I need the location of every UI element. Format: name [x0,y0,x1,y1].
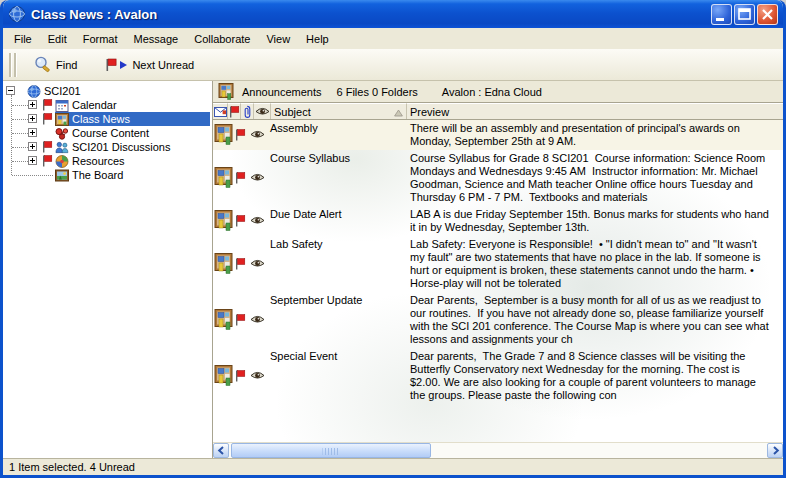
message-row-due-date-alert[interactable]: Due Date AlertLAB A is due Friday Septem… [213,206,783,236]
message-subject: Assembly [267,121,407,148]
bulletin-icon [214,365,233,386]
menu-bar: FileEditFormatMessageCollaborateViewHelp [3,28,783,49]
find-button-label: Find [56,59,77,71]
tree-expand-box[interactable] [28,142,37,151]
next-unread-button[interactable]: Next Unread [96,55,203,75]
tree-item-sci201-discussions[interactable]: SCI201 Discussions [3,140,212,154]
message-row-course-syllabus[interactable]: Course SyllabusCourse Syllabus for Grade… [213,150,783,206]
header-envelope-icon[interactable] [213,103,228,119]
course-icon [55,127,69,140]
next-unread-button-label: Next Unread [132,59,194,71]
eye-icon [255,107,270,116]
horizontal-scrollbar[interactable] [213,442,783,458]
conference-title: Announcements [242,86,322,98]
tree-item-body: Calendar [55,98,210,112]
tree-item-class-news[interactable]: Class News [3,112,212,126]
unread-flag-icon [235,370,246,382]
message-icon-cell [213,121,235,148]
message-row-assembly[interactable]: AssemblyThere will be an assembly and pr… [213,120,783,150]
message-eye-cell [247,207,267,234]
unread-flag-icon [42,99,53,111]
tree-item-body: Class News [55,112,210,126]
tree-item-label: The Board [71,169,126,181]
window-title: Class News : Avalon [31,7,709,22]
unread-flag-icon [235,258,246,270]
message-row-lab-safety[interactable]: Lab SafetyLab Safety: Everyone is Respon… [213,236,783,292]
toolbar-gripper[interactable] [9,53,17,77]
tree-collapse-box[interactable] [6,86,15,95]
message-icon-cell [213,237,235,290]
preview-column-label: Preview [410,106,449,118]
message-icon-cell [213,349,235,402]
bulletin-icon [214,167,233,188]
tree-item-calendar[interactable]: Calendar [3,98,212,112]
message-panel: Announcements 6 Files 0 Folders Avalon :… [213,81,783,458]
scrollbar-track[interactable] [229,443,767,458]
menu-item-format[interactable]: Format [75,30,126,48]
message-row-september-update[interactable]: September UpdateDear Parents, September … [213,292,783,348]
tree-item-sci201[interactable]: SCI201 [3,84,212,98]
header-paperclip-icon[interactable] [241,103,254,119]
message-row-special-event[interactable]: Special EventDear parents, The Grade 7 a… [213,348,783,404]
unread-flag-icon [42,113,53,125]
app-globe-icon [8,5,26,23]
message-icon-cell [213,293,235,346]
status-bar: 1 Item selected. 4 Unread [3,458,783,475]
scroll-right-button[interactable] [767,443,783,458]
server-user-label: Avalon : Edna Cloud [442,86,542,98]
tree-item-label: Class News [71,113,133,125]
discussions-icon [55,141,69,154]
message-flag-cell [235,121,247,148]
message-preview: Course Syllabus for Grade 8 SCI201 Cours… [407,151,783,204]
menu-item-collaborate[interactable]: Collaborate [186,30,258,48]
scroll-left-button[interactable] [213,443,229,458]
tree-item-resources[interactable]: Resources [3,154,212,168]
eye-icon [250,216,265,225]
app-window: Class News : Avalon FileEditFormatMessag… [0,0,786,478]
message-flag-cell [235,237,247,290]
eye-icon [250,130,265,139]
tree-item-the-board[interactable]: The Board [3,168,212,182]
tree-expand-box[interactable] [28,128,37,137]
message-preview: LAB A is due Friday September 15th. Bonu… [407,207,783,234]
subject-column-header[interactable]: Subject [271,103,407,119]
tree-item-body: SCI201 [27,84,210,98]
tree-expand-box[interactable] [28,100,37,109]
flag-icon [229,106,240,118]
tree-item-body: SCI201 Discussions [55,140,210,154]
menu-item-file[interactable]: File [6,30,40,48]
header-eye-icon[interactable] [254,103,271,119]
message-subject: Course Syllabus [267,151,407,204]
menu-item-message[interactable]: Message [126,30,187,48]
status-text: 1 Item selected. 4 Unread [9,461,135,473]
minimize-button[interactable] [711,4,732,25]
bulletin-icon [214,124,233,145]
menu-item-help[interactable]: Help [298,30,337,48]
message-preview: There will be an assembly and presentati… [407,121,783,148]
tree-item-course-content[interactable]: Course Content [3,126,212,140]
header-flag-icon[interactable] [228,103,241,119]
envelope-icon [214,107,227,117]
menu-item-edit[interactable]: Edit [40,30,75,48]
flag-icon [105,58,117,72]
unread-flag-icon [235,215,246,227]
maximize-button[interactable] [734,4,755,25]
sort-ascending-icon [394,109,403,117]
message-flag-cell [235,151,247,204]
scrollbar-thumb[interactable] [231,443,431,458]
close-button[interactable] [757,4,778,25]
main-area: SCI201CalendarClass NewsCourse ContentSC… [3,81,783,458]
bulletin-icon [214,210,233,231]
menu-item-view[interactable]: View [258,30,298,48]
tree-expand-box[interactable] [28,156,37,165]
tree-item-label: SCI201 [43,85,84,97]
preview-column-header[interactable]: Preview [407,103,783,119]
tree-item-label: Resources [71,155,128,167]
eye-icon [250,259,265,268]
tree-expand-box[interactable] [28,114,37,123]
message-eye-cell [247,293,267,346]
message-flag-cell [235,293,247,346]
bulletin-icon [214,309,233,330]
title-bar[interactable]: Class News : Avalon [3,0,783,28]
find-button[interactable]: Find [25,53,86,76]
